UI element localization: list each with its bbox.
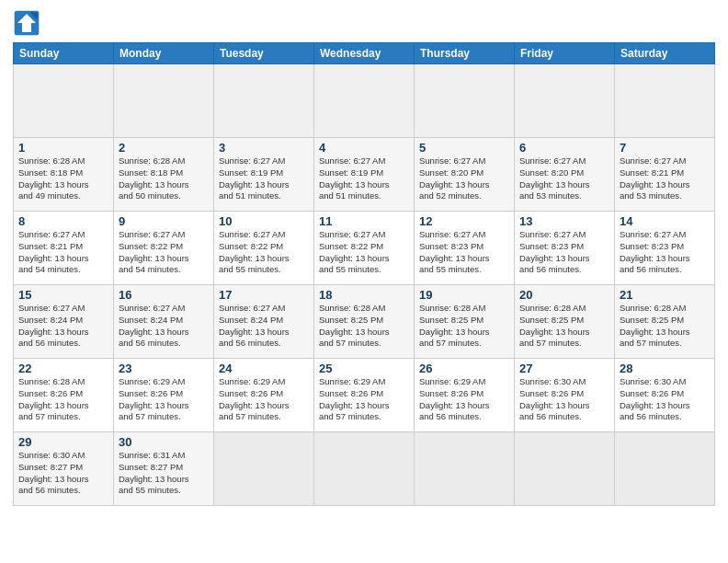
day-info: Sunrise: 6:27 AM Sunset: 8:23 PM Dayligh… (519, 229, 609, 276)
calendar-cell (214, 64, 314, 138)
day-info: Sunrise: 6:27 AM Sunset: 8:24 PM Dayligh… (119, 303, 209, 350)
day-info: Sunrise: 6:29 AM Sunset: 8:26 PM Dayligh… (219, 376, 309, 423)
day-number: 9 (119, 214, 209, 228)
calendar-cell: 14Sunrise: 6:27 AM Sunset: 8:23 PM Dayli… (615, 212, 715, 285)
logo-icon (13, 9, 40, 37)
calendar-week-row-2: 1Sunrise: 6:28 AM Sunset: 8:18 PM Daylig… (14, 138, 715, 212)
calendar-cell: 26Sunrise: 6:29 AM Sunset: 8:26 PM Dayli… (415, 359, 515, 432)
calendar-cell: 8Sunrise: 6:27 AM Sunset: 8:21 PM Daylig… (14, 212, 114, 285)
day-number: 27 (519, 362, 609, 375)
day-info: Sunrise: 6:28 AM Sunset: 8:26 PM Dayligh… (18, 376, 108, 423)
logo (13, 9, 44, 37)
day-number: 24 (219, 362, 309, 375)
day-number: 2 (119, 141, 209, 155)
calendar-cell (615, 64, 715, 138)
weekday-header-thursday: Thursday (415, 43, 515, 64)
day-number: 12 (419, 214, 509, 228)
day-number: 22 (18, 362, 108, 375)
calendar-cell: 4Sunrise: 6:27 AM Sunset: 8:19 PM Daylig… (314, 138, 415, 212)
calendar-cell: 7Sunrise: 6:27 AM Sunset: 8:21 PM Daylig… (615, 138, 715, 212)
day-info: Sunrise: 6:31 AM Sunset: 8:27 PM Dayligh… (119, 450, 209, 497)
calendar-cell: 15Sunrise: 6:27 AM Sunset: 8:24 PM Dayli… (14, 285, 114, 359)
day-info: Sunrise: 6:28 AM Sunset: 8:25 PM Dayligh… (519, 303, 609, 350)
calendar-cell: 16Sunrise: 6:27 AM Sunset: 8:24 PM Dayli… (114, 285, 214, 359)
calendar-cell: 3Sunrise: 6:27 AM Sunset: 8:19 PM Daylig… (214, 138, 314, 212)
calendar-cell: 5Sunrise: 6:27 AM Sunset: 8:20 PM Daylig… (415, 138, 515, 212)
day-number: 8 (18, 214, 108, 228)
day-number: 14 (620, 214, 710, 228)
calendar-cell: 22Sunrise: 6:28 AM Sunset: 8:26 PM Dayli… (14, 359, 114, 432)
day-number: 10 (219, 214, 309, 228)
calendar-cell: 19Sunrise: 6:28 AM Sunset: 8:25 PM Dayli… (415, 285, 515, 359)
day-number: 28 (620, 362, 710, 375)
day-number: 19 (419, 288, 509, 302)
day-number: 29 (18, 435, 108, 449)
day-info: Sunrise: 6:27 AM Sunset: 8:21 PM Dayligh… (620, 155, 710, 202)
day-info: Sunrise: 6:27 AM Sunset: 8:20 PM Dayligh… (419, 155, 509, 202)
calendar-cell: 25Sunrise: 6:29 AM Sunset: 8:26 PM Dayli… (314, 359, 415, 432)
day-info: Sunrise: 6:29 AM Sunset: 8:26 PM Dayligh… (319, 376, 409, 423)
calendar-cell: 24Sunrise: 6:29 AM Sunset: 8:26 PM Dayli… (214, 359, 314, 432)
weekday-header-friday: Friday (515, 43, 615, 64)
day-info: Sunrise: 6:27 AM Sunset: 8:24 PM Dayligh… (219, 303, 309, 350)
day-info: Sunrise: 6:29 AM Sunset: 8:26 PM Dayligh… (119, 376, 209, 423)
day-info: Sunrise: 6:28 AM Sunset: 8:25 PM Dayligh… (319, 303, 409, 350)
day-number: 7 (620, 141, 710, 155)
day-number: 4 (319, 141, 409, 155)
header (13, 9, 715, 37)
weekday-header-saturday: Saturday (615, 43, 715, 64)
calendar-cell: 1Sunrise: 6:28 AM Sunset: 8:18 PM Daylig… (14, 138, 114, 212)
day-info: Sunrise: 6:30 AM Sunset: 8:26 PM Dayligh… (519, 376, 609, 423)
day-number: 17 (219, 288, 309, 302)
day-info: Sunrise: 6:27 AM Sunset: 8:20 PM Dayligh… (519, 155, 609, 202)
day-number: 18 (319, 288, 409, 302)
calendar-cell: 6Sunrise: 6:27 AM Sunset: 8:20 PM Daylig… (515, 138, 615, 212)
calendar-week-row-4: 15Sunrise: 6:27 AM Sunset: 8:24 PM Dayli… (14, 285, 715, 359)
day-number: 23 (119, 362, 209, 375)
calendar-table: SundayMondayTuesdayWednesdayThursdayFrid… (13, 42, 715, 506)
calendar-cell: 28Sunrise: 6:30 AM Sunset: 8:26 PM Dayli… (615, 359, 715, 432)
day-info: Sunrise: 6:27 AM Sunset: 8:22 PM Dayligh… (219, 229, 309, 276)
calendar-cell: 29Sunrise: 6:30 AM Sunset: 8:27 PM Dayli… (14, 432, 114, 506)
day-number: 30 (119, 435, 209, 449)
day-number: 26 (419, 362, 509, 375)
day-info: Sunrise: 6:30 AM Sunset: 8:27 PM Dayligh… (18, 450, 108, 497)
calendar-cell: 10Sunrise: 6:27 AM Sunset: 8:22 PM Dayli… (214, 212, 314, 285)
day-number: 16 (119, 288, 209, 302)
weekday-header-sunday: Sunday (14, 43, 114, 64)
day-number: 25 (319, 362, 409, 375)
day-number: 3 (219, 141, 309, 155)
calendar-week-row-6: 29Sunrise: 6:30 AM Sunset: 8:27 PM Dayli… (14, 432, 715, 506)
day-info: Sunrise: 6:27 AM Sunset: 8:24 PM Dayligh… (18, 303, 108, 350)
calendar-cell: 23Sunrise: 6:29 AM Sunset: 8:26 PM Dayli… (114, 359, 214, 432)
day-info: Sunrise: 6:29 AM Sunset: 8:26 PM Dayligh… (419, 376, 509, 423)
day-number: 15 (18, 288, 108, 302)
calendar-cell: 27Sunrise: 6:30 AM Sunset: 8:26 PM Dayli… (515, 359, 615, 432)
calendar-cell (214, 432, 314, 506)
calendar-cell: 18Sunrise: 6:28 AM Sunset: 8:25 PM Dayli… (314, 285, 415, 359)
calendar-cell: 12Sunrise: 6:27 AM Sunset: 8:23 PM Dayli… (415, 212, 515, 285)
day-number: 13 (519, 214, 609, 228)
day-info: Sunrise: 6:28 AM Sunset: 8:25 PM Dayligh… (419, 303, 509, 350)
calendar-cell (515, 432, 615, 506)
calendar-cell: 9Sunrise: 6:27 AM Sunset: 8:22 PM Daylig… (114, 212, 214, 285)
calendar-week-row-5: 22Sunrise: 6:28 AM Sunset: 8:26 PM Dayli… (14, 359, 715, 432)
calendar-cell (615, 432, 715, 506)
calendar-cell (14, 64, 114, 138)
weekday-header-monday: Monday (114, 43, 214, 64)
day-info: Sunrise: 6:27 AM Sunset: 8:23 PM Dayligh… (620, 229, 710, 276)
weekday-header-tuesday: Tuesday (214, 43, 314, 64)
day-number: 21 (620, 288, 710, 302)
day-info: Sunrise: 6:27 AM Sunset: 8:19 PM Dayligh… (319, 155, 409, 202)
day-number: 6 (519, 141, 609, 155)
calendar-cell (114, 64, 214, 138)
day-info: Sunrise: 6:28 AM Sunset: 8:18 PM Dayligh… (119, 155, 209, 202)
day-number: 11 (319, 214, 409, 228)
day-info: Sunrise: 6:27 AM Sunset: 8:21 PM Dayligh… (18, 229, 108, 276)
calendar-cell (415, 432, 515, 506)
calendar-cell: 21Sunrise: 6:28 AM Sunset: 8:25 PM Dayli… (615, 285, 715, 359)
page: SundayMondayTuesdayWednesdayThursdayFrid… (0, 0, 728, 563)
day-info: Sunrise: 6:28 AM Sunset: 8:25 PM Dayligh… (620, 303, 710, 350)
calendar-cell (314, 432, 415, 506)
day-info: Sunrise: 6:28 AM Sunset: 8:18 PM Dayligh… (18, 155, 108, 202)
